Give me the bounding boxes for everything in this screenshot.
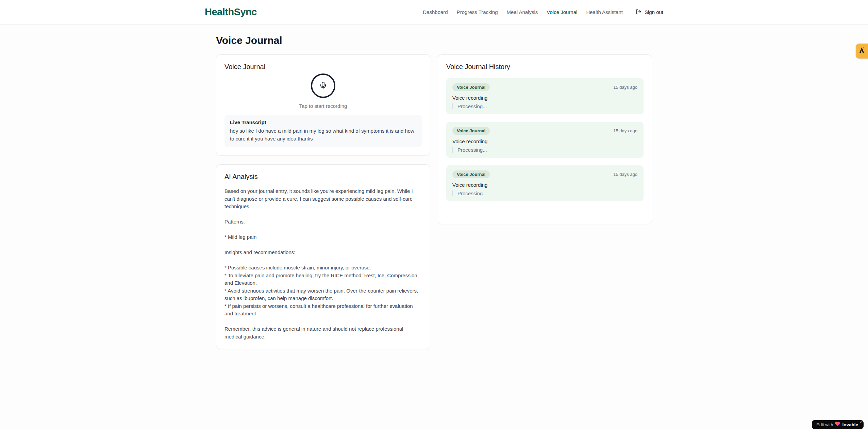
lovable-heart-icon xyxy=(835,421,840,428)
close-lovable-badge-button[interactable]: × xyxy=(860,420,862,424)
history-entry: Voice Journal 15 days ago Voice recordin… xyxy=(446,165,644,201)
edit-with-label: Edit with xyxy=(816,422,833,427)
tap-to-record-hint: Tap to start recording xyxy=(299,103,347,109)
live-transcript-box: Live Transcript hey so like I do have a … xyxy=(224,115,422,147)
nav-item-meal-analysis[interactable]: Meal Analysis xyxy=(507,9,538,15)
entry-status: Processing... xyxy=(452,191,637,196)
entry-status: Processing... xyxy=(452,103,637,109)
entry-title: Voice recording xyxy=(452,95,637,101)
live-transcript-label: Live Transcript xyxy=(230,119,416,125)
ai-analysis-title: AI Analysis xyxy=(224,173,422,181)
entry-type-badge: Voice Journal xyxy=(452,170,490,178)
nav-item-progress-tracking[interactable]: Progress Tracking xyxy=(457,9,498,15)
entry-timestamp: 15 days ago xyxy=(613,172,637,177)
sign-out-button[interactable]: Sign out xyxy=(636,9,663,16)
sign-out-label: Sign out xyxy=(645,9,663,15)
history-entry: Voice Journal 15 days ago Voice recordin… xyxy=(446,122,644,158)
logout-icon xyxy=(636,9,641,16)
entry-status: Processing... xyxy=(452,147,637,153)
voice-journal-history-card: Voice Journal History Voice Journal 15 d… xyxy=(438,54,652,224)
page-title: Voice Journal xyxy=(216,35,652,46)
nav-item-health-assistant[interactable]: Health Assistant xyxy=(586,9,623,15)
main-nav: Dashboard Progress Tracking Meal Analysi… xyxy=(423,9,663,16)
lovable-wordmark: lovable xyxy=(842,422,858,427)
entry-type-badge: Voice Journal xyxy=(452,83,490,91)
voice-recorder-card: Voice Journal Tap to start recording xyxy=(216,54,430,155)
live-transcript-text: hey so like I do have a mild pain in my … xyxy=(230,127,416,143)
brand-logo[interactable]: HealthSync xyxy=(205,6,257,18)
record-button[interactable] xyxy=(311,73,335,98)
side-toolbar-badge[interactable] xyxy=(856,44,868,59)
edit-with-lovable-badge[interactable]: Edit with lovable xyxy=(812,420,864,429)
amber-a-icon xyxy=(858,47,865,55)
ai-analysis-card: AI Analysis Based on your journal entry,… xyxy=(216,164,430,349)
nav-item-voice-journal[interactable]: Voice Journal xyxy=(547,9,577,15)
history-list: Voice Journal 15 days ago Voice recordin… xyxy=(446,78,644,201)
history-card-title: Voice Journal History xyxy=(446,63,644,71)
entry-title: Voice recording xyxy=(452,182,637,188)
entry-timestamp: 15 days ago xyxy=(613,85,637,90)
main-content: Voice Journal Voice Journal xyxy=(216,24,652,349)
microphone-icon xyxy=(319,81,327,90)
top-header: HealthSync Dashboard Progress Tracking M… xyxy=(0,0,868,24)
entry-timestamp: 15 days ago xyxy=(613,128,637,133)
recorder-card-title: Voice Journal xyxy=(224,63,422,71)
nav-item-dashboard[interactable]: Dashboard xyxy=(423,9,448,15)
entry-type-badge: Voice Journal xyxy=(452,127,490,135)
ai-analysis-body: Based on your journal entry, it sounds l… xyxy=(224,187,422,341)
history-entry: Voice Journal 15 days ago Voice recordin… xyxy=(446,78,644,114)
entry-title: Voice recording xyxy=(452,138,637,144)
